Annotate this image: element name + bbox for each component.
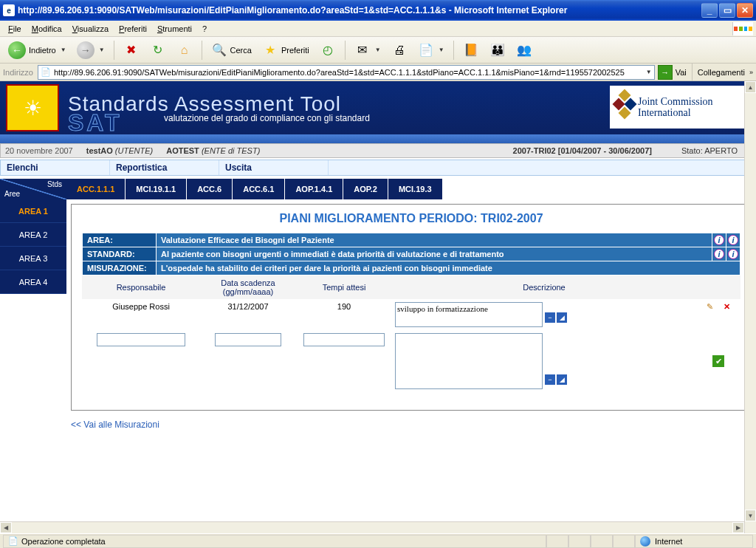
back-to-measurements-link[interactable]: << Vai alle Misurazioni — [71, 419, 159, 430]
research-button[interactable]: 📙 — [459, 40, 483, 61]
plan-table: Responsabile Data scadenza(gg/mm/aaaa) T… — [82, 275, 740, 392]
url-dropdown-icon[interactable]: ▼ — [646, 69, 652, 75]
table-row: Giuseppe Rossi 31/12/2007 190 sviluppo i… — [82, 299, 740, 330]
favorites-button[interactable]: ★Preferiti — [258, 40, 313, 61]
scadenza-input[interactable] — [215, 333, 281, 346]
refresh-button[interactable]: ↻ — [146, 40, 170, 61]
discuss-button[interactable]: 👪 — [486, 40, 509, 61]
url-field[interactable]: 📄 http://89.96.206.91:9090/SATWeb/misura… — [38, 65, 655, 80]
url-text: http://89.96.206.91:9090/SATWeb/misurazi… — [54, 68, 642, 77]
messenger-button[interactable]: 👥 — [512, 40, 536, 61]
delete-icon[interactable]: ✕ — [721, 302, 733, 314]
window-titlebar: e http://89.96.206.91:9090/SATWeb/misura… — [0, 0, 756, 21]
forward-button[interactable]: →▼ — [73, 40, 109, 61]
scroll-up-icon[interactable]: ▲ — [745, 81, 756, 93]
nav-uscita[interactable]: Uscita — [219, 160, 329, 175]
page-viewport: ☀ Standards Assessment Tool valutazione … — [0, 81, 756, 533]
tab-acc111[interactable]: ACC.1.1.1 — [66, 179, 126, 199]
context-bar: 20 novembre 2007 testAO (UTENTE) AOTEST … — [0, 143, 756, 158]
sidebar-area-2[interactable]: AREA 2 — [0, 223, 66, 247]
window-title: http://89.96.206.91:9090/SATWeb/misurazi… — [18, 5, 701, 16]
info-icon[interactable]: i — [728, 249, 738, 259]
menu-edit[interactable]: Modifica — [27, 23, 67, 35]
sidebar-area-4[interactable]: AREA 4 — [0, 270, 66, 294]
sidebar-area-1[interactable]: AREA 1 — [0, 199, 66, 223]
info-icon[interactable]: i — [714, 249, 724, 259]
vertical-scrollbar[interactable]: ▲ ▼ — [744, 81, 756, 533]
context-date: 20 novembre 2007 — [5, 146, 73, 155]
history-button[interactable]: ◴ — [316, 40, 340, 61]
col-scadenza: Data scadenza(gg/mm/aaaa) — [200, 275, 296, 299]
stop-button[interactable]: ✖ — [120, 40, 143, 61]
tempi-input[interactable] — [303, 333, 385, 346]
sidebar-header: Stds Aree — [0, 179, 66, 199]
search-button[interactable]: 🔍Cerca — [207, 40, 255, 61]
print-button[interactable]: 🖨 — [388, 40, 411, 61]
textarea-minus-icon[interactable]: − — [545, 312, 555, 323]
period-value: 2007-TRI02 [01/04/2007 - 30/06/2007] — [513, 146, 652, 155]
edit-button[interactable]: 📄▼ — [414, 40, 448, 61]
textarea-resize-icon[interactable]: ◢ — [557, 374, 567, 385]
org-role: (ENTE di TEST) — [202, 146, 260, 155]
windows-flag-icon — [732, 22, 753, 35]
meta-area-label: AREA: — [83, 233, 157, 247]
links-chevron-icon[interactable]: » — [749, 69, 753, 76]
col-responsabile: Responsabile — [82, 275, 200, 299]
info-icon[interactable]: i — [714, 235, 724, 245]
meta-area-value: Valutazione Efficace dei Bisogni del Paz… — [157, 233, 712, 247]
maximize-button[interactable]: ▭ — [719, 3, 735, 18]
nav-elenchi[interactable]: Elenchi — [1, 160, 110, 175]
globe-icon — [640, 536, 650, 547]
org-code: AOTEST — [166, 146, 199, 155]
menu-tools[interactable]: Strumenti — [152, 23, 197, 35]
standard-tabs: ACC.1.1.1 MCI.19.1.1 ACC.6 ACC.6.1 AOP.1… — [66, 179, 756, 199]
textarea-resize-icon[interactable]: ◢ — [557, 312, 567, 323]
meta-standard-value: Al paziente con bisogni urgenti o immedi… — [157, 247, 712, 261]
sidebar-area-3[interactable]: AREA 3 — [0, 247, 66, 270]
back-button[interactable]: ←Indietro▼ — [4, 40, 70, 61]
tab-aop2[interactable]: AOP.2 — [343, 179, 388, 199]
links-label[interactable]: Collegamenti — [698, 68, 745, 77]
meta-misur-value: L'ospedale ha stabilito dei criteri per … — [157, 261, 740, 275]
menu-bar: File Modifica Visualizza Preferiti Strum… — [0, 21, 756, 37]
page-icon: 📄 — [41, 67, 51, 77]
state-value: APERTO — [704, 146, 738, 155]
edit-icon[interactable]: ✎ — [704, 302, 715, 314]
confirm-icon[interactable]: ✔ — [712, 355, 724, 367]
textarea-minus-icon[interactable]: − — [545, 374, 555, 385]
scroll-down-icon[interactable]: ▼ — [745, 510, 756, 521]
zone-text: Internet — [655, 537, 682, 546]
status-bar: 📄 Operazione completata Internet — [0, 533, 756, 548]
tab-aop141[interactable]: AOP.1.4.1 — [285, 179, 343, 199]
ie-icon: e — [3, 4, 15, 16]
cell-scadenza: 31/12/2007 — [200, 299, 296, 330]
go-button[interactable]: → — [658, 65, 673, 80]
area-sidebar: Stds Aree AREA 1 AREA 2 AREA 3 AREA 4 — [0, 179, 66, 430]
descrizione-textarea[interactable]: sviluppo in formatizzazione — [395, 302, 543, 327]
go-label: Vai — [676, 68, 687, 77]
responsabile-input[interactable] — [97, 333, 185, 346]
close-button[interactable]: ✕ — [737, 3, 753, 18]
info-icon[interactable]: i — [728, 235, 738, 245]
tab-mci1911[interactable]: MCI.19.1.1 — [126, 179, 187, 199]
nav-reportistica[interactable]: Reportistica — [110, 160, 219, 175]
scroll-left-icon[interactable]: ◀ — [0, 522, 12, 533]
cell-responsabile: Giuseppe Rossi — [82, 299, 200, 330]
menu-file[interactable]: File — [3, 23, 27, 35]
scroll-right-icon[interactable]: ▶ — [732, 522, 744, 533]
tab-acc61[interactable]: ACC.6.1 — [233, 179, 285, 199]
status-text: Operazione completata — [21, 537, 106, 546]
home-button[interactable]: ⌂ — [173, 40, 196, 61]
main-panel: PIANI MIGLIORAMENTO PERIODO: TRI02-2007 … — [71, 204, 752, 411]
menu-favorites[interactable]: Preferiti — [114, 23, 152, 35]
menu-help[interactable]: ? — [197, 23, 212, 35]
tab-acc6[interactable]: ACC.6 — [187, 179, 233, 199]
app-header: ☀ Standards Assessment Tool valutazione … — [0, 81, 756, 134]
descrizione-textarea-new[interactable] — [395, 333, 543, 389]
tab-mci193[interactable]: MCI.19.3 — [388, 179, 443, 199]
mail-button[interactable]: ✉▼ — [351, 40, 385, 61]
cell-tempi: 190 — [296, 299, 392, 330]
minimize-button[interactable]: _ — [701, 3, 718, 18]
horizontal-scrollbar[interactable]: ◀ ▶ — [0, 521, 744, 533]
menu-view[interactable]: Visualizza — [67, 23, 114, 35]
